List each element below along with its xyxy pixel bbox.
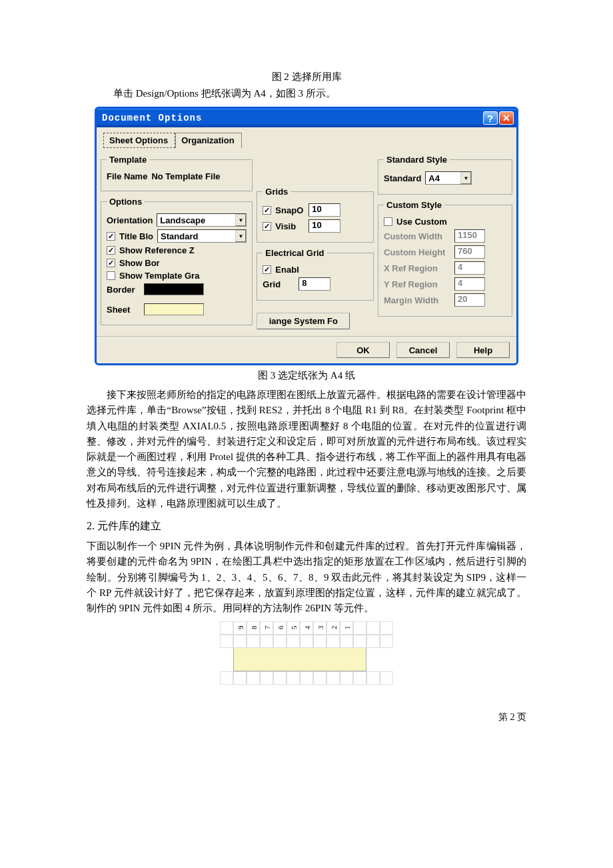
- chevron-down-icon[interactable]: ▼: [235, 230, 246, 242]
- standard-dropdown[interactable]: A4 ▼: [425, 171, 472, 185]
- custom-width-label: Custom Width: [384, 231, 450, 241]
- component-body: [220, 647, 393, 671]
- yref-region-label: Y Ref Region: [384, 279, 450, 289]
- yref-region-input: 4: [454, 277, 485, 291]
- custom-style-group: Custom Style Use Custom Custom Width 115…: [378, 200, 512, 317]
- visible-label: Visib: [275, 221, 305, 231]
- pin-label: 4: [300, 621, 313, 635]
- close-icon[interactable]: ✕: [499, 111, 514, 125]
- custom-style-legend: Custom Style: [384, 200, 444, 210]
- margin-width-input: 20: [454, 293, 485, 307]
- chevron-down-icon[interactable]: ▼: [460, 172, 471, 184]
- section-2-title: 2. 元件库的建立: [87, 519, 526, 533]
- help-icon[interactable]: ?: [483, 111, 498, 125]
- snap-checkbox[interactable]: [263, 206, 271, 215]
- show-template-graphics-checkbox[interactable]: [107, 271, 115, 280]
- pin-label: 8: [247, 621, 260, 635]
- electrical-grid-group: Electrical Grid Enabl Grid 8: [257, 248, 374, 301]
- template-filename-label: File Name: [107, 171, 147, 181]
- template-group: Template File NameNo Template File: [101, 155, 253, 191]
- standard-label: Standard: [384, 173, 421, 183]
- snap-label: SnapO: [275, 205, 305, 215]
- figure-3-caption: 图 3 选定纸张为 A4 纸: [87, 369, 526, 382]
- dialog-title: Document Options: [102, 113, 482, 123]
- custom-width-input: 1150: [454, 229, 485, 243]
- custom-height-input: 760: [454, 245, 485, 259]
- grid-value-label: Grid: [263, 279, 295, 289]
- titleblock-label: Title Blo: [119, 231, 153, 241]
- show-reference-label: Show Reference Z: [119, 245, 195, 255]
- help-button[interactable]: Help: [456, 342, 510, 358]
- use-custom-checkbox[interactable]: [384, 217, 392, 226]
- sheet-color-label: Sheet: [107, 305, 140, 315]
- show-template-graphics-label: Show Template Gra: [119, 271, 199, 281]
- xref-region-label: X Ref Region: [384, 263, 450, 273]
- pin-label: 3: [313, 621, 326, 635]
- pin-label: 9: [233, 621, 247, 635]
- pin-top-grid: 9 8 7 6 5 4 3 2 1: [220, 621, 393, 648]
- standard-style-legend: Standard Style: [384, 155, 450, 165]
- options-legend: Options: [107, 197, 145, 207]
- show-reference-checkbox[interactable]: [107, 246, 115, 255]
- pin-bottom-grid: [220, 671, 393, 685]
- border-color-label: Border: [107, 285, 140, 295]
- visible-input[interactable]: 10: [308, 219, 340, 233]
- sheet-color-swatch[interactable]: [144, 303, 204, 315]
- ok-button[interactable]: OK: [336, 342, 390, 358]
- border-color-swatch[interactable]: [144, 283, 204, 295]
- custom-height-label: Custom Height: [384, 247, 450, 257]
- pin-label: 6: [273, 621, 287, 635]
- page-number: 第 2 页: [87, 711, 526, 723]
- grid-value-input[interactable]: 8: [299, 277, 330, 291]
- options-group: Options Orientation Landscape ▼ Title Bl…: [101, 197, 253, 325]
- titleblock-dropdown[interactable]: Standard ▼: [157, 229, 247, 243]
- titleblock-checkbox[interactable]: [107, 232, 115, 241]
- electrical-grid-legend: Electrical Grid: [263, 248, 326, 258]
- chevron-down-icon[interactable]: ▼: [235, 214, 246, 226]
- document-options-dialog: Document Options ? ✕ Sheet Options Organ…: [95, 107, 518, 365]
- pin-label: 1: [340, 621, 353, 635]
- xref-region-input: 4: [454, 261, 485, 275]
- tab-sheet-options[interactable]: Sheet Options: [103, 133, 175, 148]
- show-border-checkbox[interactable]: [107, 259, 115, 267]
- pin-label: 7: [260, 621, 273, 635]
- grids-group: Grids SnapO 10 Visib 10: [257, 187, 374, 243]
- figure-2-caption: 图 2 选择所用库: [87, 71, 526, 83]
- component-figure: 9 8 7 6 5 4 3 2 1: [220, 621, 393, 685]
- show-border-label: Show Bor: [119, 258, 160, 268]
- visible-checkbox[interactable]: [263, 222, 271, 231]
- cancel-button[interactable]: Cancel: [396, 342, 450, 358]
- enable-egrid-checkbox[interactable]: [263, 265, 271, 274]
- orientation-dropdown[interactable]: Landscape ▼: [157, 213, 247, 227]
- grids-legend: Grids: [263, 187, 291, 197]
- template-legend: Template: [107, 155, 149, 165]
- enable-egrid-label: Enabl: [275, 265, 299, 275]
- paragraph-1: 接下来按照老师所给的指定的电路原理图在图纸上放置元器件。根据电路的需要在设计管理…: [87, 387, 526, 511]
- use-custom-label: Use Custom: [396, 217, 447, 227]
- tab-organization[interactable]: Organization: [175, 133, 241, 148]
- change-system-font-button[interactable]: iange System Fo: [257, 313, 350, 329]
- snap-input[interactable]: 10: [308, 203, 340, 217]
- dialog-titlebar: Document Options ? ✕: [97, 109, 516, 127]
- fig2-followup-text: 单击 Design/Options 把纸张调为 A4，如图 3 所示。: [87, 87, 526, 100]
- margin-width-label: Margin Width: [384, 295, 450, 305]
- template-filename-value: No Template File: [151, 171, 220, 181]
- pin-label: 5: [287, 621, 300, 635]
- pin-label: 2: [326, 621, 340, 635]
- paragraph-2: 下面以制作一个 9PIN 元件为例，具体说明制作元件和创建元件库的过程。首先打开…: [87, 539, 526, 616]
- orientation-label: Orientation: [107, 215, 153, 225]
- standard-style-group: Standard Style Standard A4 ▼: [378, 155, 512, 195]
